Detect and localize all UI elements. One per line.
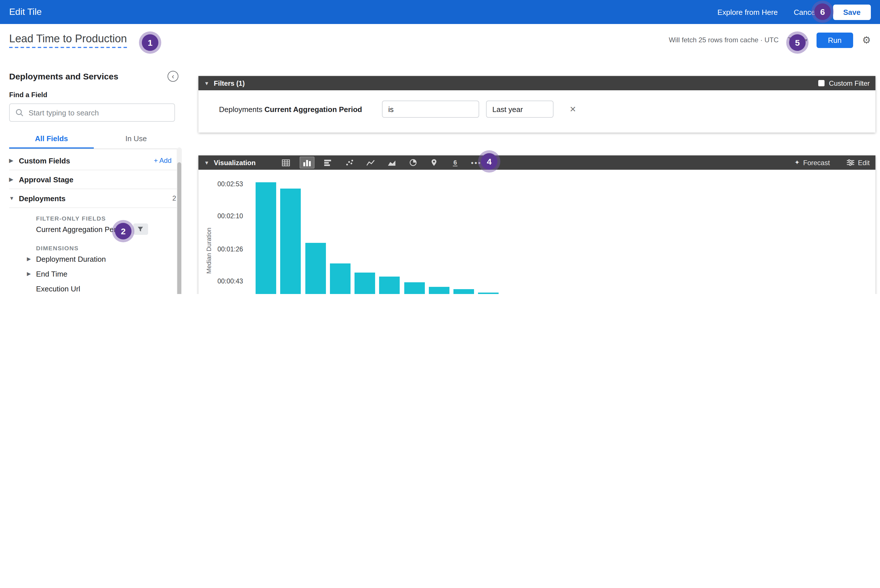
- chart-bar[interactable]: [404, 282, 424, 294]
- custom-filter-label: Custom Filter: [829, 79, 870, 87]
- y-axis-ticks: 00:00:0000:00:4300:01:2600:02:1000:02:53: [199, 182, 249, 294]
- chevron-right-icon: ▶: [27, 271, 31, 277]
- field-tabs: All Fields In Use: [9, 130, 178, 149]
- pie-chart-icon[interactable]: [405, 157, 420, 169]
- y-axis-tick: 00:00:43: [217, 278, 243, 285]
- table-icon[interactable]: [278, 157, 293, 169]
- filter-value-input[interactable]: Last year: [486, 100, 554, 118]
- filters-panel: ▼ Filters (1) Custom Filter Deployments …: [199, 76, 875, 133]
- dimension-field[interactable]: ▶ Execution Url: [9, 281, 181, 294]
- group-deployments[interactable]: ▼ Deployments 2: [9, 189, 181, 208]
- visualization-header-bar[interactable]: ▼ Visualization: [199, 155, 875, 170]
- y-axis-tick: 00:02:53: [217, 181, 243, 188]
- chart-bar[interactable]: [429, 287, 450, 294]
- tile-title-input[interactable]: Lead Time to Production: [9, 32, 127, 48]
- sidebar-scrollbar-thumb[interactable]: [177, 162, 181, 294]
- explore-name-heading: Deployments and Services: [9, 71, 118, 81]
- chart-bar[interactable]: [478, 293, 499, 294]
- chart-bar[interactable]: [330, 264, 350, 294]
- viz-type-toolbar: 6 •••: [278, 157, 490, 169]
- cancel-link[interactable]: Cancel: [794, 8, 817, 16]
- map-pin-icon[interactable]: [427, 157, 441, 169]
- explore-main-area: ▼ Filters (1) Custom Filter Deployments …: [190, 56, 880, 294]
- filter-field-label: Deployments Current Aggregation Period: [219, 105, 382, 113]
- y-axis-tick: 00:01:26: [217, 245, 243, 252]
- chart-bar[interactable]: [280, 188, 301, 294]
- chart-bar[interactable]: [355, 273, 375, 294]
- chevron-right-icon: ▶: [9, 158, 19, 164]
- filter-operator-select[interactable]: is: [382, 100, 479, 118]
- search-icon: [15, 109, 23, 117]
- column-chart-icon[interactable]: [299, 157, 314, 169]
- bar-chart: Median Duration 00:00:0000:00:4300:01:26…: [199, 170, 875, 294]
- chart-bar[interactable]: [256, 182, 276, 294]
- fetch-info-text: Will fetch 25 rows from cache · UTC: [669, 36, 779, 44]
- top-app-bar: Edit Tile Explore from Here Cancel Save: [0, 0, 880, 24]
- filters-header-bar[interactable]: ▼ Filters (1) Custom Filter: [199, 76, 875, 90]
- single-value-icon[interactable]: 6: [448, 157, 463, 169]
- title-bar: Lead Time to Production Will fetch 25 ro…: [0, 24, 880, 56]
- chevron-down-icon: ▼: [204, 80, 209, 86]
- search-input[interactable]: [29, 108, 160, 117]
- filter-funnel-icon[interactable]: [133, 224, 148, 235]
- tab-in-use[interactable]: In Use: [94, 130, 178, 148]
- scatter-plot-icon[interactable]: [342, 157, 357, 169]
- area-chart-icon[interactable]: [384, 157, 399, 169]
- bar-chart-icon[interactable]: [321, 157, 335, 169]
- group-custom-fields[interactable]: ▶ Custom Fields + Add: [9, 152, 181, 170]
- chevron-down-icon: ▼: [9, 195, 19, 201]
- dimensions-label: DIMENSIONS: [36, 244, 181, 251]
- collapse-panel-icon[interactable]: ‹: [167, 71, 178, 82]
- tab-all-fields[interactable]: All Fields: [9, 130, 94, 148]
- window-title: Edit Tile: [9, 7, 42, 17]
- annotation-badge-1: 1: [142, 34, 158, 51]
- run-button[interactable]: Run: [817, 32, 853, 48]
- explore-from-here-link[interactable]: Explore from Here: [718, 8, 778, 16]
- annotation-badge-6: 6: [814, 3, 831, 20]
- edit-tile-screen: Edit Tile Explore from Here Cancel Save …: [0, 0, 880, 294]
- group-approval-stage[interactable]: ▶ Approval Stage: [9, 170, 181, 189]
- line-chart-icon[interactable]: [363, 157, 378, 169]
- chart-bar[interactable]: [305, 243, 326, 294]
- forecast-icon: ✦: [794, 159, 800, 166]
- tune-icon: [847, 159, 854, 166]
- dimension-field[interactable]: ▶ Deployment Duration: [9, 251, 181, 266]
- viz-edit-button[interactable]: Edit: [847, 159, 870, 166]
- annotation-badge-5: 5: [789, 34, 806, 51]
- field-current-aggregation-period[interactable]: Current Aggregation Period: [9, 222, 181, 237]
- chart-bar[interactable]: [379, 276, 400, 294]
- field-picker-sidebar: Deployments and Services ‹ Find a Field …: [0, 56, 190, 294]
- filter-only-fields-label: FILTER-ONLY FIELDS: [36, 215, 181, 222]
- annotation-badge-2: 2: [115, 223, 131, 239]
- chevron-right-icon: ▶: [9, 177, 19, 182]
- remove-filter-icon[interactable]: ✕: [570, 105, 576, 114]
- visualization-panel: ▼ Visualization: [199, 155, 875, 294]
- chevron-right-icon: ▶: [27, 256, 31, 262]
- settings-gear-icon[interactable]: ⚙: [862, 34, 871, 46]
- y-axis-tick: 00:02:10: [217, 213, 243, 219]
- field-search-box[interactable]: [9, 104, 175, 122]
- forecast-button[interactable]: ✦ Forecast: [794, 159, 830, 166]
- custom-filter-checkbox[interactable]: [818, 80, 824, 86]
- chart-bar[interactable]: [453, 289, 474, 294]
- annotation-badge-4: 4: [481, 153, 498, 170]
- dimension-field[interactable]: ▶ End Time: [9, 266, 181, 281]
- chevron-down-icon: ▼: [204, 160, 209, 165]
- chart-plot-area: [256, 182, 870, 294]
- dimensions-list: ▶ Deployment Duration ▶ End Time ▶ Execu…: [9, 251, 181, 294]
- find-a-field-label: Find a Field: [9, 91, 190, 99]
- save-button[interactable]: Save: [833, 4, 871, 20]
